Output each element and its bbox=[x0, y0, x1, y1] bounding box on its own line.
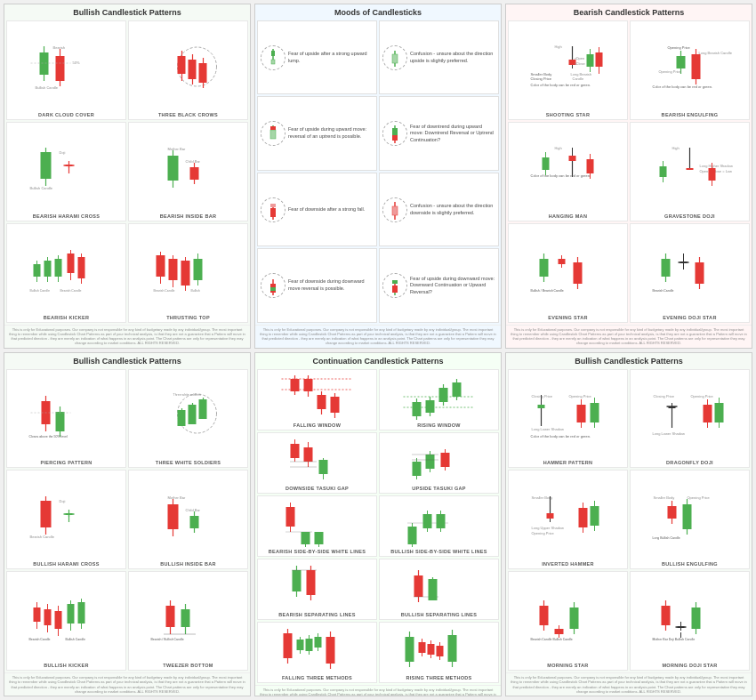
candle-visual: Bullish Candle Bearish 50% bbox=[9, 23, 124, 110]
svg-rect-92 bbox=[270, 287, 276, 291]
pattern-name: BEARISH KICKER bbox=[44, 315, 90, 320]
svg-rect-143 bbox=[660, 166, 667, 177]
svg-text:Opening Price: Opening Price bbox=[659, 69, 682, 74]
mood-text-1: Fear of upside after a strong upward lum… bbox=[288, 51, 374, 64]
pattern-name: BULLISH SIDE-BY-SIDE WHITE LINES bbox=[390, 549, 487, 554]
pattern-bearish-separating-lines: BEARISH SEPARATING LINES bbox=[257, 559, 377, 620]
svg-rect-333 bbox=[419, 642, 426, 653]
candle-visual: Bullish Candle Bearish Candle bbox=[9, 226, 124, 313]
svg-rect-68 bbox=[271, 51, 275, 56]
pattern-gravestone-doji: High Long Higher Shadow Open = Close = L… bbox=[630, 122, 750, 221]
pattern-name: FALLING THREE METHODS bbox=[282, 675, 352, 680]
panel-title-bullish-bottom: Bullish Candlestick Patterns bbox=[4, 353, 250, 367]
svg-text:High: High bbox=[555, 44, 562, 49]
candle-visual bbox=[131, 23, 245, 110]
svg-text:50%: 50% bbox=[73, 60, 80, 65]
svg-text:Bearish Candle  Bullish Candle: Bearish Candle Bullish Candle bbox=[531, 638, 573, 641]
svg-rect-209 bbox=[44, 609, 52, 625]
svg-rect-318 bbox=[297, 640, 304, 650]
panel-footer-bearish: This is only for Educational purposes. O… bbox=[506, 325, 752, 348]
pattern-name: BULLISH INSIDE BAR bbox=[160, 561, 216, 567]
svg-rect-262 bbox=[304, 447, 313, 462]
pattern-thrusting-top: Bearish Candle Bullish THRUSTING TOP bbox=[128, 223, 248, 323]
svg-rect-368 bbox=[715, 403, 724, 422]
pattern-name: BULLISH KICKER bbox=[44, 663, 89, 668]
svg-text:Doji: Doji bbox=[60, 150, 66, 155]
panel-bullish-bottom-right: Bullish Candlestick Patterns Closing Pri… bbox=[505, 352, 752, 697]
svg-rect-80 bbox=[392, 135, 398, 141]
candle-visual bbox=[260, 624, 374, 673]
svg-rect-85 bbox=[270, 204, 276, 207]
svg-text:Color of the body can be red o: Color of the body can be red or green. bbox=[531, 434, 591, 439]
moods-grid: Fear of upside after a strong upward lum… bbox=[255, 19, 501, 325]
svg-rect-128 bbox=[569, 156, 576, 161]
svg-rect-72 bbox=[392, 54, 398, 63]
svg-rect-278 bbox=[441, 453, 450, 467]
svg-rect-233 bbox=[291, 379, 300, 391]
pattern-name: RISING THREE METHODS bbox=[406, 675, 471, 680]
panel-title-continuation: Continuation Candlestick Patterns bbox=[255, 353, 501, 367]
mood-cell-2: Confusion - unsure about the direction u… bbox=[379, 20, 499, 94]
svg-rect-75 bbox=[270, 130, 276, 139]
svg-rect-212 bbox=[55, 611, 62, 629]
pattern-falling-window: FALLING WINDOW bbox=[257, 369, 377, 430]
svg-text:Bearish: Bearish bbox=[53, 45, 66, 50]
pattern-bearish-kicker: Bullish Candle Bearish Candle BEARISH KI… bbox=[6, 223, 126, 323]
svg-text:High: High bbox=[672, 146, 680, 150]
svg-text:Open = Close = Low: Open = Close = Low bbox=[700, 169, 733, 173]
candle-visual: Bearish Candle Doji bbox=[9, 472, 124, 559]
svg-rect-226 bbox=[181, 609, 190, 627]
svg-rect-185 bbox=[199, 399, 207, 419]
mood-text-3: Fear of upside during upward move: rever… bbox=[288, 126, 374, 140]
mood-text-6: Confusion - unsure about the direction d… bbox=[410, 203, 495, 216]
pattern-evening-doji-star: Bearish Candle EVENING DOJI STAR bbox=[630, 223, 750, 323]
pattern-bearish-engulfing: Opening Price Long Bearish Candle Openin… bbox=[630, 20, 750, 120]
svg-rect-253 bbox=[439, 388, 448, 402]
mood-text-2: Confusion - unsure about the direction u… bbox=[410, 51, 495, 64]
svg-text:Bullish / Bearish Candle: Bullish / Bearish Candle bbox=[531, 289, 564, 293]
pattern-name: INVERTED HAMMER bbox=[542, 561, 594, 567]
svg-rect-223 bbox=[166, 606, 175, 627]
pattern-name: BEARISH ENGULFING bbox=[662, 112, 719, 117]
candle-visual: High Color of the body can be red or gre… bbox=[511, 125, 625, 212]
svg-rect-58 bbox=[169, 259, 178, 280]
candle-visual bbox=[382, 624, 496, 673]
candle-visual bbox=[260, 561, 374, 610]
panel-title-bearish: Bearish Candlestick Patterns bbox=[506, 4, 752, 19]
pattern-downside-tasuki-gap: DOWNSIDE TASUKI GAP bbox=[257, 432, 377, 494]
svg-text:Bearish Candle: Bearish Candle bbox=[154, 289, 175, 293]
svg-rect-372 bbox=[547, 513, 554, 519]
pattern-piercing: Closes above the 50% level PIERCING PATT… bbox=[6, 369, 126, 469]
svg-text:Child Bar: Child Bar bbox=[186, 159, 201, 164]
svg-text:Opening Price: Opening Price bbox=[532, 531, 555, 535]
candle-visual bbox=[260, 372, 374, 421]
svg-rect-308 bbox=[414, 575, 423, 597]
svg-text:Smaller Body: Smaller Body bbox=[654, 495, 675, 500]
svg-text:Closing Price: Closing Price bbox=[654, 394, 675, 398]
candle-visual: Bearish Candle bbox=[632, 226, 747, 313]
svg-rect-21 bbox=[41, 152, 52, 179]
pattern-bearish-inside-bar: Mother Bar Child Bar BEARISH INSIDE BAR bbox=[128, 122, 248, 221]
svg-text:Long Upper Shadow: Long Upper Shadow bbox=[532, 526, 565, 530]
svg-rect-365 bbox=[704, 405, 712, 422]
candle-visual bbox=[382, 561, 496, 610]
svg-text:Mother Bar  Doji  Bullish Cand: Mother Bar Doji Bullish Candle bbox=[653, 638, 696, 641]
svg-rect-61 bbox=[181, 261, 190, 286]
pattern-bullish-separating-lines: BULLISH SEPARATING LINES bbox=[379, 559, 499, 620]
svg-text:Bearish / Bullish Candle: Bearish / Bullish Candle bbox=[151, 638, 184, 641]
candle-visual: Smaller Body Long Bullish Candle Opening… bbox=[632, 472, 747, 559]
mood-text-4: Fear of downtrend during upward move: Do… bbox=[410, 124, 495, 144]
pattern-rising-three-methods: RISING THREE METHODS bbox=[379, 622, 499, 683]
panel-title-bullish-br: Bullish Candlestick Patterns bbox=[506, 353, 752, 367]
candle-visual: Bearish Candle Bullish Candle bbox=[9, 574, 124, 661]
svg-text:Long Lower Shadow: Long Lower Shadow bbox=[532, 427, 565, 431]
candle-visual: Closes above the 50% level bbox=[9, 372, 124, 459]
candle-visual: High Open Close Smaller Body Closing Pri… bbox=[511, 23, 625, 110]
pattern-name: RISING WINDOW bbox=[417, 422, 461, 428]
svg-rect-352 bbox=[577, 405, 586, 422]
svg-rect-347 bbox=[538, 405, 545, 408]
svg-rect-173 bbox=[56, 412, 65, 431]
pattern-grid-bullish-br: Closing Price Opening Price Long Lower S… bbox=[506, 367, 752, 673]
svg-text:Opening Price: Opening Price bbox=[668, 45, 691, 50]
panel-bullish-top-left: Bullish Candlestick Patterns Bullish Can… bbox=[4, 4, 251, 349]
